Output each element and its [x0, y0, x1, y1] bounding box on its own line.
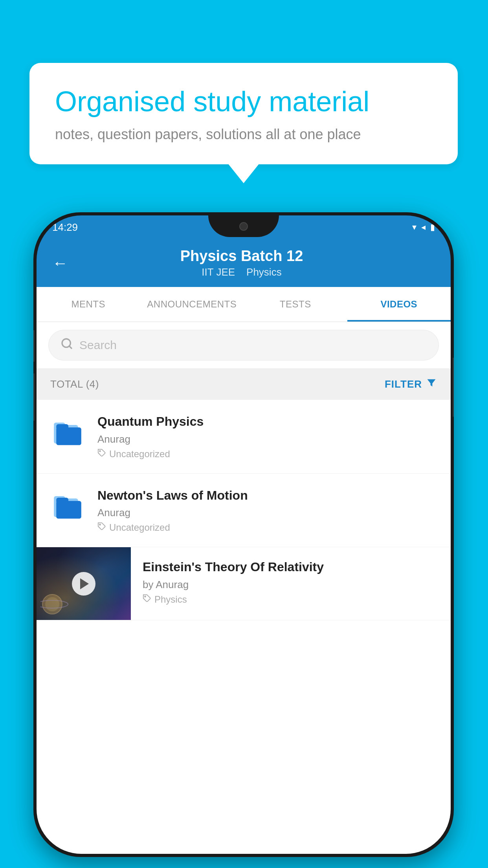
- phone-frame: 14:29 ▾ ◂ ▮ ← Physics Batch 12 IIT JEE: [33, 212, 454, 857]
- svg-point-7: [99, 451, 101, 452]
- play-icon: [80, 578, 89, 589]
- tag-label: Uncategorized: [109, 449, 170, 460]
- svg-point-14: [45, 597, 59, 611]
- signal-icon: ◂: [421, 222, 426, 232]
- filter-button[interactable]: FILTER: [385, 377, 437, 391]
- tag-icon: [97, 449, 106, 460]
- item-tag: Uncategorized: [97, 449, 437, 460]
- filter-bar: TOTAL (4) FILTER: [37, 369, 451, 400]
- status-time: 14:29: [52, 221, 78, 234]
- item-author: Anurag: [97, 433, 437, 445]
- volume-down-button: [33, 373, 35, 421]
- tab-bar: MENTS ANNOUNCEMENTS TESTS VIDEOS: [37, 287, 451, 322]
- speech-bubble: Organised study material notes, question…: [29, 63, 458, 164]
- tag-label: Uncategorized: [109, 522, 170, 533]
- video-list: Quantum Physics Anurag Uncategorized: [37, 400, 451, 854]
- tag-label: Physics: [154, 594, 187, 605]
- list-item[interactable]: Quantum Physics Anurag Uncategorized: [37, 400, 451, 474]
- header-title-area: Physics Batch 12 IIT JEE Physics: [80, 248, 404, 278]
- volume-up-button: [33, 330, 35, 362]
- phone-notch: [208, 215, 279, 237]
- battery-icon: ▮: [430, 222, 435, 232]
- search-bar[interactable]: Search: [48, 330, 439, 360]
- tab-tests[interactable]: TESTS: [244, 287, 347, 322]
- power-button: [453, 358, 454, 417]
- batch-category: IIT JEE: [202, 266, 235, 278]
- svg-rect-10: [56, 501, 81, 519]
- svg-point-16: [145, 596, 146, 597]
- item-tag: Uncategorized: [97, 522, 437, 533]
- item-content: Quantum Physics Anurag Uncategorized: [97, 414, 437, 460]
- tab-announcements[interactable]: ANNOUNCEMENTS: [140, 287, 244, 322]
- bubble-title: Organised study material: [55, 85, 432, 118]
- bubble-subtitle: notes, question papers, solutions all at…: [55, 126, 432, 143]
- item-content: Newton's Laws of Motion Anurag Uncategor…: [97, 487, 437, 533]
- video-content: Einstein's Theory Of Relativity by Anura…: [131, 547, 451, 615]
- video-author: by Anurag: [143, 579, 439, 591]
- folder-icon: [50, 414, 86, 449]
- search-placeholder: Search: [79, 338, 117, 352]
- tag-icon: [97, 522, 106, 533]
- status-icons: ▾ ◂ ▮: [412, 222, 435, 232]
- batch-subject: Physics: [246, 266, 282, 278]
- tab-assignments[interactable]: MENTS: [37, 287, 140, 322]
- search-container: Search: [37, 322, 451, 369]
- video-tag: Physics: [143, 594, 439, 605]
- svg-line-1: [69, 346, 72, 348]
- list-item[interactable]: Newton's Laws of Motion Anurag Uncategor…: [37, 474, 451, 548]
- app-header: ← Physics Batch 12 IIT JEE Physics: [37, 239, 451, 287]
- item-title: Newton's Laws of Motion: [97, 487, 437, 504]
- status-bar: 14:29 ▾ ◂ ▮: [37, 215, 451, 239]
- back-button[interactable]: ←: [52, 254, 68, 272]
- filter-icon: [426, 377, 437, 391]
- app-screen: 14:29 ▾ ◂ ▮ ← Physics Batch 12 IIT JEE: [37, 215, 451, 854]
- video-thumbnail: [37, 547, 131, 620]
- svg-marker-2: [427, 379, 436, 387]
- svg-point-12: [99, 524, 101, 525]
- tab-videos[interactable]: VIDEOS: [347, 287, 451, 322]
- item-author: Anurag: [97, 507, 437, 519]
- total-count: TOTAL (4): [50, 378, 99, 390]
- svg-rect-11: [56, 498, 68, 503]
- filter-label: FILTER: [385, 378, 422, 390]
- svg-rect-6: [56, 424, 68, 430]
- tag-icon: [143, 594, 151, 605]
- svg-rect-5: [56, 427, 81, 445]
- camera-dot: [239, 222, 248, 231]
- phone-screen: 14:29 ▾ ◂ ▮ ← Physics Batch 12 IIT JEE: [37, 215, 451, 854]
- video-title: Einstein's Theory Of Relativity: [143, 559, 439, 576]
- batch-subtitle: IIT JEE Physics: [80, 266, 404, 278]
- play-button[interactable]: [72, 572, 95, 596]
- list-item-video[interactable]: Einstein's Theory Of Relativity by Anura…: [37, 547, 451, 620]
- batch-title: Physics Batch 12: [80, 248, 404, 265]
- item-title: Quantum Physics: [97, 414, 437, 430]
- wifi-icon: ▾: [412, 222, 416, 232]
- search-icon: [61, 337, 73, 353]
- folder-icon: [50, 487, 86, 523]
